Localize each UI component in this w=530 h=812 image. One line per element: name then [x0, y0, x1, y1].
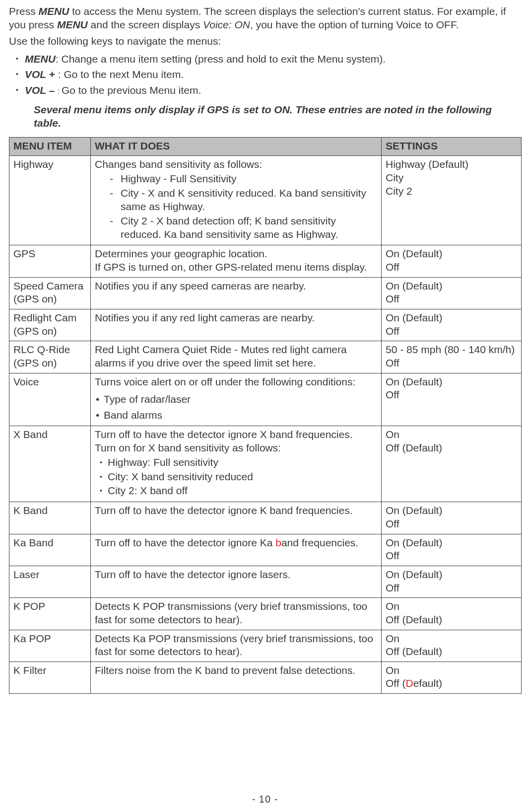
header-what-it-does: WHAT IT DOES [91, 137, 382, 156]
cell-menu-item: K Band [9, 502, 91, 534]
cell-settings: OnOff (Default) [382, 598, 522, 630]
cell-settings: OnOff (Default) [382, 662, 522, 693]
nav-key: MENU [25, 53, 56, 65]
cell-description: Determines your geographic location.If G… [91, 245, 382, 277]
cell-description: Changes band sensitivity as follows:High… [91, 156, 382, 245]
cell-description: Detects K POP transmissions (very brief … [91, 598, 382, 630]
cell-menu-item: K Filter [9, 662, 91, 693]
document-page: Press MENU to access the Menu system. Th… [0, 0, 530, 812]
cell-settings: On (Default)Off [382, 502, 522, 534]
intro-paragraph-1: Press MENU to access the Menu system. Th… [9, 5, 521, 32]
table-row: GPSDetermines your geographic location.I… [9, 245, 522, 277]
cell-menu-item: Voice [9, 373, 91, 426]
nav-key: VOL + [25, 69, 58, 80]
text: , you have the option of turning Voice t… [250, 19, 459, 30]
text: and the screen displays [88, 19, 203, 30]
cell-settings: On (Default)Off [382, 245, 522, 277]
table-row: HighwayChanges band sensitivity as follo… [9, 156, 522, 245]
cell-description: Notifies you if any red light cameras ar… [91, 309, 382, 341]
table-header-row: MENU ITEM WHAT IT DOES SETTINGS [9, 137, 522, 156]
cell-settings: OnOff (Default) [382, 630, 522, 662]
cell-settings: On (Default)Off [382, 309, 522, 341]
nav-item-menu: MENU: Change a menu item setting (press … [9, 51, 521, 67]
nav-desc: Go to the previous Menu item. [62, 84, 201, 96]
cell-menu-item: X Band [9, 426, 91, 502]
cell-menu-item: Redlight Cam (GPS on) [9, 309, 91, 341]
key-menu: MENU [39, 5, 69, 17]
table-row: K POPDetects K POP transmissions (very b… [9, 598, 522, 630]
nav-sep: : [58, 69, 64, 80]
cell-settings: On (Default)Off [382, 373, 522, 426]
cell-menu-item: K POP [9, 598, 91, 630]
nav-desc: Go to the next Menu item. [64, 69, 184, 80]
text: Press [9, 5, 39, 17]
nav-desc: Change a menu item setting (press and ho… [62, 53, 386, 65]
cell-menu-item: Ka POP [9, 630, 91, 662]
cell-menu-item: Highway [9, 156, 91, 245]
table-row: Ka BandTurn off to have the detector ign… [9, 534, 522, 566]
cell-menu-item: GPS [9, 245, 91, 277]
cell-description: Notifies you if any speed cameras are ne… [91, 277, 382, 309]
cell-settings: Highway (Default)CityCity 2 [382, 156, 522, 245]
cell-description: Red Light Camera Quiet Ride - Mutes red … [91, 341, 382, 373]
cell-description: Filters noise from the K band to prevent… [91, 662, 382, 693]
nav-item-vol-minus: VOL – : Go to the previous Menu item. [9, 82, 521, 98]
cell-settings: On (Default)Off [382, 534, 522, 566]
table-body: HighwayChanges band sensitivity as follo… [9, 156, 522, 694]
example-value: Voice: ON [203, 19, 250, 30]
table-row: LaserTurn off to have the detector ignor… [9, 566, 522, 597]
nav-key: VOL – [25, 84, 58, 96]
nav-sep: : [56, 53, 62, 65]
cell-description: Detects Ka POP transmissions (very brief… [91, 630, 382, 662]
cell-menu-item: Ka Band [9, 534, 91, 566]
menu-table: MENU ITEM WHAT IT DOES SETTINGS HighwayC… [9, 137, 522, 694]
table-row: VoiceTurns voice alert on or off under t… [9, 373, 522, 426]
cell-menu-item: Laser [9, 566, 91, 597]
cell-settings: On (Default)Off [382, 277, 522, 309]
table-row: Ka POPDetects Ka POP transmissions (very… [9, 630, 522, 662]
cell-settings: OnOff (Default) [382, 426, 522, 502]
cell-description: Turn off to have the detector ignore K b… [91, 502, 382, 534]
table-row: K BandTurn off to have the detector igno… [9, 502, 522, 534]
cell-settings: On (Default)Off [382, 566, 522, 597]
key-menu: MENU [57, 19, 88, 30]
table-row: Speed Camera (GPS on)Notifies you if any… [9, 277, 522, 309]
table-row: RLC Q-Ride (GPS on)Red Light Camera Quie… [9, 341, 522, 373]
intro-paragraph-2: Use the following keys to navigate the m… [9, 35, 521, 48]
cell-description: Turns voice alert on or off under the fo… [91, 373, 382, 426]
table-row: X BandTurn off to have the detector igno… [9, 426, 522, 502]
gps-note: Several menu items only display if GPS i… [34, 103, 521, 130]
nav-sep: : [58, 87, 62, 95]
page-number: - 10 - [0, 794, 530, 805]
cell-description: Turn off to have the detector ignore las… [91, 566, 382, 597]
nav-keys-list: MENU: Change a menu item setting (press … [9, 51, 521, 98]
cell-menu-item: RLC Q-Ride (GPS on) [9, 341, 91, 373]
header-settings: SETTINGS [382, 137, 522, 156]
cell-settings: 50 - 85 mph (80 - 140 km/h)Off [382, 341, 522, 373]
cell-description: Turn off to have the detector ignore X b… [91, 426, 382, 502]
cell-description: Turn off to have the detector ignore Ka … [91, 534, 382, 566]
cell-menu-item: Speed Camera (GPS on) [9, 277, 91, 309]
header-menu-item: MENU ITEM [9, 137, 91, 156]
table-row: Redlight Cam (GPS on)Notifies you if any… [9, 309, 522, 341]
table-row: K FilterFilters noise from the K band to… [9, 662, 522, 693]
nav-item-vol-plus: VOL + : Go to the next Menu item. [9, 67, 521, 82]
